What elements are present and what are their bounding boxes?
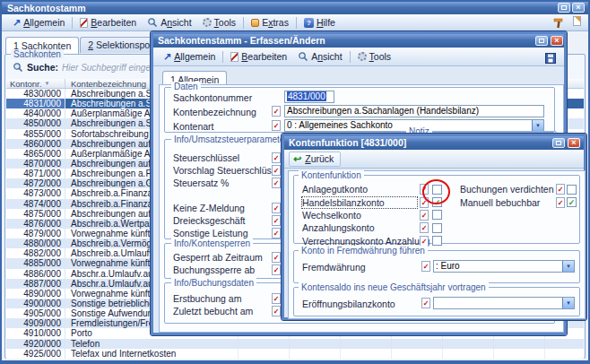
checkbox-label: Verrechnungskonto Anzahlung: [302, 236, 417, 247]
check-doc-icon[interactable]: [272, 178, 281, 188]
field-row: Steuerschlüssel: [173, 152, 299, 164]
magnifier-icon: [147, 17, 158, 28]
close-button[interactable]: [572, 3, 585, 13]
check-doc-icon[interactable]: [272, 252, 281, 263]
edit-dialog-restore-button[interactable]: [535, 36, 548, 46]
search-icon: [13, 62, 23, 73]
menu-item-tools[interactable]: Tools: [197, 16, 242, 29]
menu-item-tools[interactable]: Tools: [352, 50, 397, 63]
check-doc-icon[interactable]: [272, 264, 281, 275]
chevron-down-icon[interactable]: [562, 261, 574, 272]
chevron-down-icon[interactable]: [532, 120, 543, 131]
menu-item-label: Tools: [369, 51, 392, 62]
check-doc-icon[interactable]: [272, 120, 281, 131]
account-number: 4850/000: [6, 118, 65, 128]
check-doc-icon[interactable]: [272, 165, 281, 176]
chevron-down-icon[interactable]: [562, 298, 574, 308]
back-icon: [293, 153, 301, 165]
table-row[interactable]: 4920/000Telefon: [6, 339, 584, 349]
restore-button[interactable]: [558, 3, 570, 13]
back-button[interactable]: Zurück: [289, 152, 341, 167]
check-doc-icon[interactable]: [272, 106, 281, 117]
menu-item-extras[interactable]: Extras: [246, 16, 294, 29]
table-row[interactable]: 4925/000Telefax und Internetkosten: [6, 349, 584, 359]
check-doc-icon[interactable]: [420, 184, 429, 195]
menu-item-allgemein[interactable]: Allgemein: [158, 50, 221, 64]
check-doc-icon[interactable]: [421, 261, 430, 272]
kontenfunktion-restore-button[interactable]: [552, 138, 565, 148]
extras-icon: [251, 19, 259, 27]
column-header-kontenbezeichnung[interactable]: Kontenbezeichnung: [65, 79, 146, 88]
check-doc-icon[interactable]: [272, 203, 281, 213]
fremdwaehrung-combo[interactable]: : Euro: [433, 260, 575, 273]
field-label: Keine Z-Meldung: [173, 203, 245, 213]
account-number: 4873/000: [6, 188, 65, 198]
check-doc-icon[interactable]: [556, 184, 565, 195]
menu-item-ansicht[interactable]: Ansicht: [142, 16, 196, 29]
kontenfunktion-close-button[interactable]: [568, 138, 580, 148]
account-number: 4875/000: [6, 209, 65, 219]
check-doc-icon[interactable]: [272, 293, 281, 304]
menu-item-bearbeiten[interactable]: Bearbeiten: [225, 50, 292, 63]
buchung-fields: Erstbuchung amZuletzt bebucht am: [173, 292, 299, 317]
edit-dialog-menubar: AllgemeinBearbeitenAnsichtTools: [153, 48, 564, 66]
edit-dialog-close-button[interactable]: [551, 36, 563, 46]
sort-desc-icon: ▼: [44, 81, 49, 86]
ust-group-label: Info/Umsatzsteuerparameter: [171, 134, 291, 144]
checkbox[interactable]: [432, 197, 442, 207]
main-titlebar: Sachkontostamm: [2, 2, 588, 14]
menu-item-allgemein[interactable]: Allgemein: [7, 16, 70, 30]
hammer-icon[interactable]: [552, 16, 564, 32]
account-number: 4890/000: [6, 289, 65, 299]
checkbox-label: Wechselkonto: [302, 210, 417, 221]
menu-separator: [243, 17, 244, 29]
check-doc-icon[interactable]: [420, 236, 429, 247]
sperren-group-label: Info/Kontensperren: [171, 238, 253, 248]
checkbox[interactable]: [567, 185, 577, 195]
eroeffnungsbilanzkonto-combo[interactable]: [433, 297, 575, 309]
column-header-kontonr[interactable]: Kontonr.▼: [6, 79, 65, 88]
checkbox[interactable]: [432, 223, 442, 233]
checkbox[interactable]: [432, 210, 442, 220]
main-menubar: AllgemeinBearbeitenAnsichtToolsExtrasHil…: [2, 14, 588, 31]
account-name: Porto: [65, 328, 92, 338]
kontenbezeichnung-input[interactable]: Abschreibungen a.Sachanlagen (Handelsbil…: [284, 105, 544, 117]
check-doc-icon[interactable]: [556, 197, 565, 208]
check-doc-icon[interactable]: [420, 222, 429, 233]
field-label: Vorschlag Steuerschlüssel: [173, 165, 283, 176]
menu-item-label: Extras: [262, 17, 289, 28]
checkbox[interactable]: [432, 185, 442, 195]
account-number: 4831/000: [6, 99, 65, 108]
checkbox[interactable]: [567, 197, 577, 207]
menu-item-ansicht[interactable]: Ansicht: [292, 50, 347, 63]
menu-item-bearbeiten[interactable]: Bearbeiten: [74, 16, 142, 29]
account-number: 4909/000: [6, 318, 65, 328]
kontenfunktion-dialog: Kontenfunktion [4831/000] Zurück Kontenf…: [282, 134, 586, 320]
check-doc-icon[interactable]: [272, 228, 281, 238]
edit-icon: [80, 18, 88, 28]
save-icon[interactable]: [545, 51, 556, 67]
sachkontonummer-input[interactable]: 4831/000: [284, 91, 334, 103]
menu-item-label: Allgemein: [23, 17, 65, 28]
check-doc-icon[interactable]: [421, 298, 430, 308]
check-doc-icon[interactable]: [272, 306, 281, 316]
kontenfunktion-right-column: Buchungen verdichtenManuell bebuchbar: [460, 183, 579, 209]
check-doc-icon[interactable]: [272, 215, 281, 226]
menu-separator: [222, 51, 223, 63]
application-screen: Sachkontostamm AllgemeinBearbeitenAnsich…: [0, 0, 590, 364]
account-number: 4880/000: [6, 238, 65, 248]
field-label: Erstbuchung am: [173, 293, 241, 304]
account-number: 4865/000: [6, 149, 65, 159]
check-doc-icon[interactable]: [272, 152, 281, 163]
menu-item-hilfe[interactable]: Hilfe: [299, 16, 341, 29]
check-doc-icon[interactable]: [420, 197, 429, 208]
checkbox[interactable]: [432, 236, 442, 246]
sperren-fields: Gesperrt ab ZeitraumBuchungssperre ab: [173, 251, 299, 276]
menu-item-label: Ansicht: [161, 17, 191, 28]
field-row: Sonstige Leistung: [173, 227, 299, 239]
restore-icon: [539, 39, 544, 43]
buchung-group-label: Info/Buchungsdaten: [171, 278, 256, 288]
check-doc-icon[interactable]: [420, 210, 429, 221]
note-icon[interactable]: [573, 16, 581, 26]
field-label: Steuerschlüssel: [173, 152, 239, 163]
